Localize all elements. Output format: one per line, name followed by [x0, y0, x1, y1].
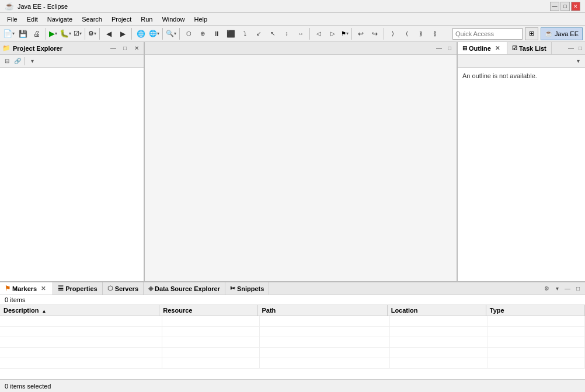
outline-tab[interactable]: ⊞ Outline ✕ — [458, 42, 507, 54]
coverage-button[interactable]: ☑▾ — [73, 27, 82, 40]
snippets-icon: ✂ — [230, 285, 235, 292]
datasource-tab[interactable]: ◈ Data Source Explorer — [144, 282, 225, 295]
quick-access-area: ⊞ ☕ Java EE — [452, 27, 583, 40]
toolbar-sep-3 — [99, 28, 100, 40]
project-explorer-maximize[interactable]: □ — [120, 44, 130, 53]
toolbar-sep-7 — [309, 28, 310, 40]
right-panel-maximize[interactable]: □ — [576, 44, 585, 53]
menu-search[interactable]: Search — [77, 13, 107, 25]
project-explorer-close[interactable]: ✕ — [132, 44, 141, 53]
use-step-btn2[interactable]: ↔ — [294, 27, 307, 40]
minimize-button[interactable]: — — [550, 2, 559, 11]
menu-edit[interactable]: Edit — [22, 13, 43, 25]
table-row — [0, 316, 585, 327]
editor-minimize[interactable]: — — [434, 44, 444, 53]
menu-window[interactable]: Window — [157, 13, 189, 25]
outline-message: An outline is not available. — [462, 72, 537, 79]
step-over-button[interactable]: ⤵ — [238, 27, 251, 40]
pause-button[interactable]: ⏸ — [210, 27, 223, 40]
menu-file[interactable]: File — [2, 13, 22, 25]
new-button[interactable]: 📄▾ — [2, 27, 15, 40]
editor-maximize[interactable]: □ — [445, 44, 454, 53]
project-explorer-minimize[interactable]: — — [109, 44, 118, 53]
undo-button[interactable]: ↩ — [354, 27, 367, 40]
menu-navigate[interactable]: Navigate — [43, 13, 77, 25]
app-icon: ☕ — [5, 2, 14, 10]
servers-tab[interactable]: ⬡ Servers — [103, 282, 144, 295]
bottom-panel-min[interactable]: ▾ — [552, 284, 562, 293]
end-btn[interactable]: ⟫ — [415, 27, 427, 40]
link-editor-button[interactable]: 🔗 — [13, 57, 22, 66]
outline-view-menu[interactable]: ▾ — [573, 57, 583, 66]
step-button[interactable]: ⊕ — [196, 27, 209, 40]
table-row — [0, 358, 585, 369]
pointer-button[interactable]: ⬡ — [182, 27, 195, 40]
menu-run[interactable]: Run — [136, 13, 157, 25]
bottom-panel-maximize[interactable]: □ — [573, 284, 583, 293]
globe2-button[interactable]: 🌐▾ — [148, 27, 160, 40]
javaee-perspective-button[interactable]: ☕ Java EE — [541, 27, 583, 40]
redo-button[interactable]: ↪ — [368, 27, 381, 40]
right-panel-minimize[interactable]: — — [566, 44, 576, 53]
pe-sep — [25, 57, 25, 65]
col-type: Type — [486, 305, 585, 316]
table-row — [0, 337, 585, 348]
step-return-button[interactable]: ↖ — [266, 27, 279, 40]
maximize-button[interactable]: □ — [560, 2, 570, 11]
toolbar-sep-8 — [351, 28, 352, 40]
back-button[interactable]: ◀ — [102, 27, 115, 40]
prev-btn[interactable]: ⟨ — [401, 27, 413, 40]
menu-help[interactable]: Help — [190, 13, 213, 25]
markers-tab[interactable]: ⚑ Markers ✕ — [0, 282, 53, 295]
item-count: 0 items — [0, 295, 585, 305]
next-anno-button[interactable]: ▷ — [326, 27, 339, 40]
quick-access-input[interactable] — [452, 28, 523, 40]
anno-settings-button[interactable]: ⚑▾ — [340, 27, 349, 40]
table-row — [0, 348, 585, 358]
task-list-tab[interactable]: ☑ Task List — [507, 42, 552, 54]
save-button[interactable]: 💾 — [16, 27, 29, 40]
outline-icon: ⊞ — [462, 45, 467, 51]
step-into-button[interactable]: ↙ — [252, 27, 265, 40]
snippets-tab[interactable]: ✂ Snippets — [225, 282, 269, 295]
outline-close[interactable]: ✕ — [493, 44, 502, 53]
toolbar-sep-5 — [162, 28, 163, 40]
editor-header: — □ — [145, 42, 457, 55]
status-message: 0 items selected — [5, 383, 51, 390]
window-title: Java EE - Eclipse — [18, 3, 68, 10]
toolbar-sep-6 — [179, 28, 180, 40]
servers-icon: ⬡ — [107, 285, 113, 292]
external-tools-button[interactable]: ⚙▾ — [88, 27, 97, 40]
project-explorer-icon: 📁 — [2, 44, 11, 52]
project-explorer-toolbar: ⊟ 🔗 ▾ — [0, 55, 144, 68]
close-button[interactable]: ✕ — [571, 2, 580, 11]
right-panel-toolbar: ▾ — [458, 55, 585, 68]
markers-icon: ⚑ — [5, 285, 11, 292]
prev-anno-button[interactable]: ◁ — [312, 27, 325, 40]
forward-button[interactable]: ▶ — [116, 27, 129, 40]
stop-button[interactable]: ⬛ — [224, 27, 237, 40]
bottom-tab-actions: ⚙ ▾ — □ — [542, 284, 585, 293]
print-button[interactable]: 🖨 — [30, 27, 43, 40]
open-perspective-button[interactable]: ⊞ — [525, 27, 538, 40]
bottom-panel-minimize[interactable]: — — [563, 284, 572, 293]
globe-button[interactable]: 🌐 — [134, 27, 147, 40]
collapse-all-button[interactable]: ⊟ — [2, 57, 12, 66]
sort-icon[interactable]: ▲ — [42, 309, 47, 314]
project-explorer-header: 📁 Project Explorer — □ ✕ — [0, 42, 144, 55]
menu-project[interactable]: Project — [107, 13, 136, 25]
view-menu-button[interactable]: ▾ — [27, 57, 37, 66]
col-location: Location — [388, 305, 486, 316]
run-button[interactable]: ▶▾ — [48, 27, 58, 40]
bottom-panel: ⚑ Markers ✕ ☰ Properties ⬡ Servers ◈ Dat… — [0, 281, 585, 379]
next-btn[interactable]: ⟩ — [386, 27, 399, 40]
search-history-button[interactable]: 🔍▾ — [165, 27, 177, 40]
bottom-panel-settings[interactable]: ⚙ — [542, 284, 551, 293]
debug-button[interactable]: 🐛▾ — [59, 27, 72, 40]
right-panel-tabs: ⊞ Outline ✕ ☑ Task List — □ — [458, 42, 585, 55]
markers-close[interactable]: ✕ — [39, 284, 48, 293]
begin-btn[interactable]: ⟪ — [429, 27, 441, 40]
properties-tab[interactable]: ☰ Properties — [53, 282, 102, 295]
toolbar-sep-2 — [85, 28, 85, 40]
use-step-btn[interactable]: ↕ — [280, 27, 293, 40]
